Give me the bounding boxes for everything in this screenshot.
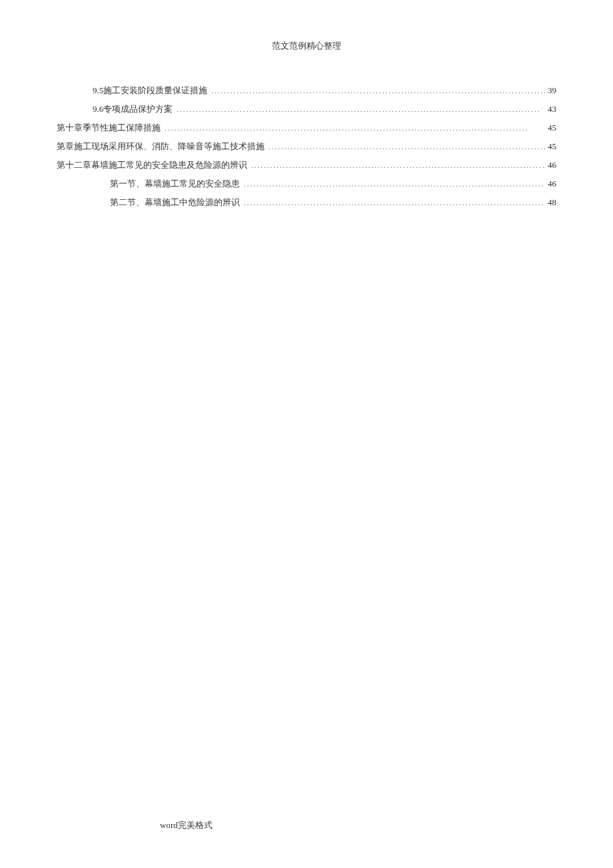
toc-entry: 第一节、幕墙施工常见的安全隐患 46 <box>57 175 556 193</box>
toc-entry-title: 9.5施工安装阶段质量保证措施 <box>93 82 207 99</box>
toc-dots <box>161 119 545 137</box>
document-page: 范文范例精心整理 9.5施工安装阶段质量保证措施 39 9.6专项成品保护方案 … <box>0 0 613 868</box>
toc-entry-title: 第十章季节性施工保障措施 <box>57 119 161 137</box>
toc-dots <box>240 175 545 193</box>
toc-entry-title: 第十二章幕墙施工常见的安全隐患及危险源的辨识 <box>57 157 247 174</box>
toc-dots <box>240 194 545 211</box>
toc-entry-title: 第一节、幕墙施工常见的安全隐患 <box>110 175 240 193</box>
toc-entry: 第十章季节性施工保障措施 45 <box>57 119 556 137</box>
toc-entry-page: 45 <box>545 138 556 155</box>
toc-dots <box>207 82 545 99</box>
toc-entry: 第二节、幕墙施工中危险源的辨识 48 <box>57 194 556 211</box>
toc-entry-page: 48 <box>545 194 556 211</box>
page-header: 范文范例精心整理 <box>57 40 556 52</box>
toc-entry-title: 9.6专项成品保护方案 <box>93 101 173 118</box>
toc-entry: 第十二章幕墙施工常见的安全隐患及危险源的辨识 46 <box>57 157 556 174</box>
toc-dots <box>173 101 545 118</box>
toc-entry-page: 46 <box>545 157 556 174</box>
toc-entry: 第章施工现场采用环保、消防、降噪音等施工技术措施 45 <box>57 138 556 155</box>
toc-entry-page: 45 <box>545 119 556 137</box>
toc-dots <box>247 157 545 174</box>
toc-entry-page: 39 <box>545 82 556 99</box>
page-footer: word完美格式 <box>0 819 613 831</box>
toc-entry-title: 第二节、幕墙施工中危险源的辨识 <box>110 194 240 211</box>
toc-entry-title: 第章施工现场采用环保、消防、降噪音等施工技术措施 <box>57 138 265 155</box>
toc-entry-page: 46 <box>545 175 556 193</box>
toc-entry: 9.5施工安装阶段质量保证措施 39 <box>57 82 556 99</box>
toc-dots <box>265 138 545 155</box>
toc-entry: 9.6专项成品保护方案 43 <box>57 101 556 118</box>
toc-entry-page: 43 <box>545 101 556 118</box>
footer-text: word完美格式 <box>160 820 213 830</box>
header-title: 范文范例精心整理 <box>272 41 341 51</box>
table-of-contents: 9.5施工安装阶段质量保证措施 39 9.6专项成品保护方案 43 第十章季节性… <box>57 82 556 211</box>
